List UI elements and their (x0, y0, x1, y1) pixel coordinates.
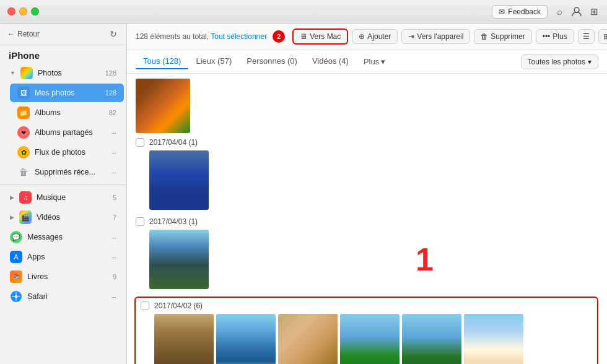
photo-thumb[interactable] (154, 314, 214, 364)
sidebar-item-messages[interactable]: 💬 Messages -- (2, 228, 124, 246)
tab-plus-label: Plus (364, 57, 379, 66)
photo-thumb-row (149, 150, 598, 210)
maximize-button[interactable] (31, 7, 39, 15)
photo-group-header: 2017/04/02 (6) (141, 301, 592, 310)
group-checkbox[interactable] (141, 301, 149, 310)
sidebar-item-label: Mes photos (35, 89, 100, 97)
back-arrow-icon: ← (7, 30, 15, 38)
feedback-icon: ✉ (499, 7, 505, 16)
chevron-down-icon: ▼ (10, 70, 15, 76)
step2-badge: 2 (273, 30, 285, 43)
device-label: iPhone (0, 45, 126, 63)
tab-personnes[interactable]: Personnes (0) (239, 54, 305, 69)
grid-icon[interactable]: ⊞ (588, 6, 600, 17)
photo-thumb[interactable] (464, 314, 523, 364)
sidebar-toolbar: ← Retour ↻ (0, 24, 126, 45)
sidebar-item-flux[interactable]: ✿ Flux de photos -- (10, 143, 124, 162)
photo-group-20170402: 2017/04/02 (6) (134, 297, 598, 364)
vers-appareil-label: Vers l'appareil (417, 32, 463, 41)
window-controls (7, 7, 39, 15)
vers-appareil-button[interactable]: ⇥ Vers l'appareil (401, 29, 470, 44)
photo-area[interactable]: 2017/04/04 (1) 2017/04/03 (1) (127, 74, 607, 364)
sidebar-item-count: 7 (113, 214, 116, 221)
sidebar-item-label: Apps (27, 253, 107, 261)
group-checkbox[interactable] (136, 217, 144, 226)
close-button[interactable] (7, 7, 15, 15)
feedback-button[interactable]: ✉ Feedback (492, 5, 548, 19)
tab-plus[interactable]: Plus ▾ (356, 54, 393, 69)
tab-personnes-label: Personnes (0) (247, 56, 297, 66)
sidebar-item-count: 5 (113, 194, 116, 201)
photo-thumb[interactable] (149, 150, 209, 210)
group-checkbox[interactable] (136, 138, 144, 147)
photo-thumb[interactable] (216, 314, 276, 364)
sidebar-item-label: Vidéos (37, 213, 108, 222)
livres-icon: 📚 (10, 271, 22, 283)
refresh-button[interactable]: ↻ (108, 28, 119, 40)
filter-bar: Tous (128) Lieux (57) Personnes (0) Vidé… (127, 50, 607, 74)
back-label: Retour (17, 30, 40, 38)
photo-group-20170404: 2017/04/04 (1) (136, 138, 598, 210)
sidebar-item-videos[interactable]: ▶ 🎬 Vidéos 7 (2, 208, 124, 227)
sidebar-item-shared-albums[interactable]: ❤ Albums partagés -- (10, 123, 124, 142)
sidebar-item-photos[interactable]: ▼ Photos 128 (2, 64, 124, 82)
sidebar-item-label: Photos (38, 69, 100, 77)
ajouter-button[interactable]: ⊕ Ajouter (352, 29, 398, 44)
photo-thumb[interactable] (136, 79, 190, 133)
list-view-button[interactable]: ☰ (578, 29, 595, 44)
plus-icon: ⊕ (359, 32, 365, 41)
filter-tabs: Tous (128) Lieux (57) Personnes (0) Vidé… (136, 54, 393, 69)
sidebar-item-label: Flux de photos (35, 148, 107, 157)
photo-thumb[interactable] (402, 314, 461, 364)
photo-thumb-row (149, 230, 598, 289)
tab-videos-label: Vidéos (4) (312, 56, 349, 66)
sidebar-item-count: 128 (105, 69, 116, 77)
sidebar-divider (0, 184, 126, 185)
chevron-right-icon: ▶ (10, 194, 14, 201)
sidebar-item-myphotos[interactable]: 🖼 Mes photos 128 (10, 84, 124, 102)
tab-lieux[interactable]: Lieux (57) (188, 54, 239, 69)
sidebar-item-music[interactable]: ▶ ♫ Musique 5 (2, 188, 124, 207)
photos-icon (20, 67, 33, 79)
photo-thumb[interactable] (149, 230, 209, 289)
sidebar-item-deleted[interactable]: 🗑 Supprimés réce... -- (10, 163, 124, 181)
select-all-link[interactable]: Tout sélectionner (211, 32, 267, 41)
supprimer-button[interactable]: 🗑 Supprimer (474, 29, 531, 44)
sidebar-item-apps[interactable]: A Apps -- (2, 248, 124, 266)
photo-group-top (136, 79, 598, 133)
photo-thumb[interactable] (340, 314, 400, 364)
plus-button[interactable]: ••• Plus (536, 29, 574, 44)
sidebar-item-label: Messages (27, 233, 107, 241)
minimize-button[interactable] (19, 7, 27, 15)
apps-icon: A (10, 251, 22, 263)
tab-videos[interactable]: Vidéos (4) (305, 54, 356, 69)
sidebar-item-livres[interactable]: 📚 Livres 9 (2, 267, 124, 286)
tab-tous-label: Tous (128) (143, 56, 181, 66)
back-button[interactable]: ← Retour (7, 30, 40, 38)
sidebar-item-safari[interactable]: Safari -- (2, 287, 124, 306)
sidebar-item-count: 128 (105, 89, 116, 97)
flux-icon: ✿ (17, 146, 30, 158)
chevron-down-icon: ▾ (381, 57, 385, 66)
sidebar-item-count: -- (112, 168, 116, 176)
tab-tous[interactable]: Tous (128) (136, 54, 188, 69)
sidebar-item-label: Safari (27, 292, 107, 301)
plus-label: Plus (552, 32, 567, 41)
view-selector[interactable]: Toutes les photos ▾ (521, 54, 598, 69)
sidebar: ← Retour ↻ iPhone ▼ Photos 128 🖼 Mes pho… (0, 24, 127, 364)
music-icon: ♫ (19, 191, 32, 204)
search-icon[interactable]: ⌕ (554, 6, 565, 17)
grid-view-button[interactable]: ⊞ (598, 29, 607, 44)
sidebar-item-albums[interactable]: 📁 Albums 82 (10, 103, 124, 122)
photo-thumb[interactable] (278, 314, 338, 364)
supprimer-label: Supprimer (491, 32, 525, 41)
account-icon[interactable] (571, 6, 582, 17)
photo-group-20170403: 2017/04/03 (1) (136, 217, 598, 289)
ajouter-label: Ajouter (367, 32, 391, 41)
feedback-label: Feedback (508, 7, 541, 16)
toolbar-actions: 🖥 Vers Mac ⊕ Ajouter ⇥ Vers l'appareil 🗑… (292, 28, 607, 45)
messages-icon: 💬 (10, 231, 22, 243)
vers-mac-button[interactable]: 🖥 Vers Mac (292, 28, 348, 45)
sidebar-item-label: Albums (35, 108, 104, 117)
main-content-wrapper: 128 éléments au total, Tout sélectionner… (127, 24, 607, 364)
